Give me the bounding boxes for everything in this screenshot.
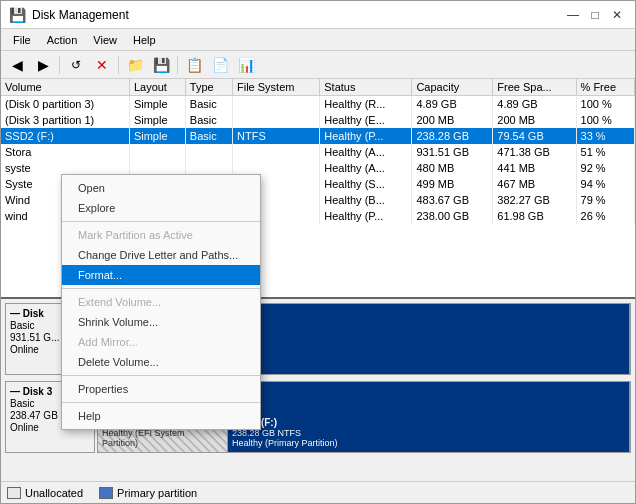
ctx-properties[interactable]: Properties xyxy=(62,379,260,399)
title-bar-left: 💾 Disk Management xyxy=(9,7,129,23)
legend-primary-box xyxy=(99,487,113,499)
window-title: Disk Management xyxy=(32,8,129,22)
ctx-add-mirror: Add Mirror... xyxy=(62,332,260,352)
toolbar-refresh[interactable]: ↺ xyxy=(64,54,88,76)
legend-primary: Primary partition xyxy=(99,487,197,499)
ctx-change-drive-letter[interactable]: Change Drive Letter and Paths... xyxy=(62,245,260,265)
context-menu-overlay: Open Explore Mark Partition as Active Ch… xyxy=(1,79,635,481)
ctx-help[interactable]: Help xyxy=(62,406,260,426)
main-window: 💾 Disk Management — □ ✕ File Action View… xyxy=(0,0,636,504)
toolbar-btn3[interactable]: 📁 xyxy=(123,54,147,76)
title-bar: 💾 Disk Management — □ ✕ xyxy=(1,1,635,29)
ctx-shrink[interactable]: Shrink Volume... xyxy=(62,312,260,332)
legend-unallocated: Unallocated xyxy=(7,487,83,499)
toolbar-sep1 xyxy=(59,56,60,74)
toolbar-back[interactable]: ◀ xyxy=(5,54,29,76)
menu-file[interactable]: File xyxy=(5,32,39,48)
ctx-mark-active: Mark Partition as Active xyxy=(62,225,260,245)
ctx-sep3 xyxy=(62,375,260,376)
legend-unallocated-label: Unallocated xyxy=(25,487,83,499)
legend-unallocated-box xyxy=(7,487,21,499)
status-bar: Unallocated Primary partition xyxy=(1,481,635,503)
ctx-delete[interactable]: Delete Volume... xyxy=(62,352,260,372)
ctx-sep1 xyxy=(62,221,260,222)
legend-primary-label: Primary partition xyxy=(117,487,197,499)
menu-action[interactable]: Action xyxy=(39,32,86,48)
toolbar-btn4[interactable]: 💾 xyxy=(149,54,173,76)
ctx-sep2 xyxy=(62,288,260,289)
ctx-format[interactable]: Format... xyxy=(62,265,260,285)
toolbar-sep3 xyxy=(177,56,178,74)
toolbar-btn6[interactable]: 📄 xyxy=(208,54,232,76)
toolbar-sep2 xyxy=(118,56,119,74)
context-menu: Open Explore Mark Partition as Active Ch… xyxy=(61,174,261,430)
toolbar-btn7[interactable]: 📊 xyxy=(234,54,258,76)
ctx-open[interactable]: Open xyxy=(62,178,260,198)
ctx-explore[interactable]: Explore xyxy=(62,198,260,218)
toolbar: ◀ ▶ ↺ ✕ 📁 💾 📋 📄 📊 xyxy=(1,51,635,79)
window-icon: 💾 xyxy=(9,7,26,23)
menu-view[interactable]: View xyxy=(85,32,125,48)
toolbar-forward[interactable]: ▶ xyxy=(31,54,55,76)
close-button[interactable]: ✕ xyxy=(607,5,627,25)
main-content: Volume Layout Type File System Status Ca… xyxy=(1,79,635,481)
minimize-button[interactable]: — xyxy=(563,5,583,25)
maximize-button[interactable]: □ xyxy=(585,5,605,25)
toolbar-cancel[interactable]: ✕ xyxy=(90,54,114,76)
ctx-extend: Extend Volume... xyxy=(62,292,260,312)
ctx-sep4 xyxy=(62,402,260,403)
title-bar-controls: — □ ✕ xyxy=(563,5,627,25)
toolbar-btn5[interactable]: 📋 xyxy=(182,54,206,76)
menu-help[interactable]: Help xyxy=(125,32,164,48)
menu-bar: File Action View Help xyxy=(1,29,635,51)
